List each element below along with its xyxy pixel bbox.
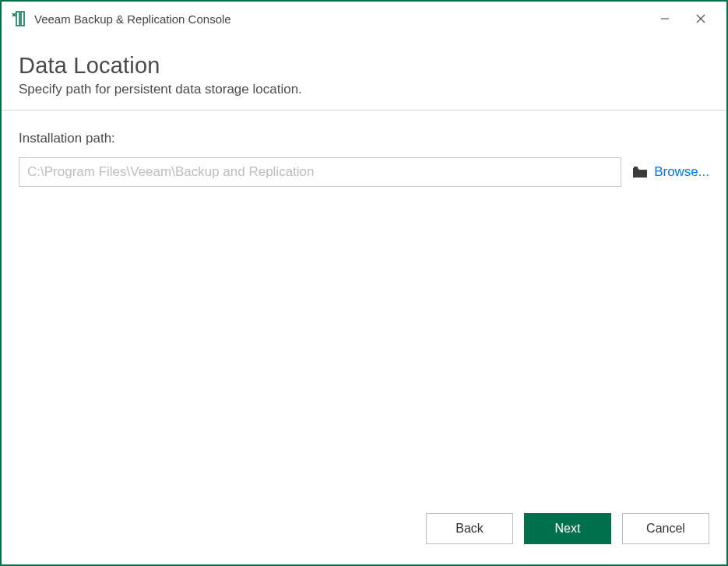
svg-rect-1 [21, 12, 24, 26]
svg-rect-6 [634, 167, 638, 169]
window-title: Veeam Backup & Replication Console [34, 12, 231, 26]
minimize-icon [660, 14, 670, 23]
titlebar: Veeam Backup & Replication Console [2, 2, 726, 36]
folder-icon [632, 166, 648, 178]
installation-path-label: Installation path: [19, 131, 709, 146]
cancel-button[interactable]: Cancel [622, 513, 709, 544]
svg-rect-0 [16, 12, 19, 26]
page-title: Data Location [19, 53, 709, 79]
next-button[interactable]: Next [524, 513, 611, 544]
installation-path-input[interactable] [19, 157, 621, 187]
minimize-button[interactable] [647, 2, 683, 36]
close-button[interactable] [683, 2, 719, 36]
content-area: Installation path: Browse... [2, 111, 726, 501]
close-icon [695, 13, 706, 24]
app-icon [11, 11, 26, 26]
browse-button[interactable]: Browse... [632, 164, 709, 180]
page-subtitle: Specify path for persistent data storage… [19, 82, 709, 97]
footer: Back Next Cancel [2, 501, 726, 564]
header-area: Data Location Specify path for persisten… [2, 36, 726, 110]
browse-link-text: Browse... [654, 164, 709, 180]
back-button[interactable]: Back [426, 513, 513, 544]
path-row: Browse... [19, 157, 709, 187]
